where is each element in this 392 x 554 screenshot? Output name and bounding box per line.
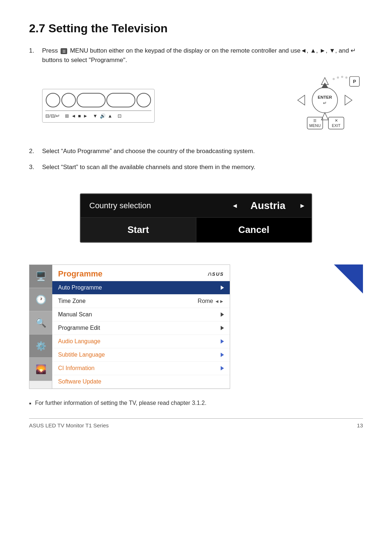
step-text-3: Select “Start” to scan all the available… bbox=[42, 163, 363, 172]
footnote: ▪ For further information of setting the… bbox=[29, 400, 363, 407]
country-arrow-left[interactable]: ◄ bbox=[227, 202, 242, 210]
blue-triangle-decoration bbox=[334, 264, 363, 294]
menu-item-audio-language[interactable]: Audio Language bbox=[52, 335, 230, 348]
icon-settings: ⚙️ bbox=[29, 335, 53, 358]
programme-edit-label: Programme Edit bbox=[58, 325, 100, 331]
start-button[interactable]: Start bbox=[81, 218, 196, 242]
auto-programme-label: Auto Programme bbox=[58, 284, 102, 291]
svg-point-0 bbox=[332, 78, 335, 80]
svg-marker-7 bbox=[298, 95, 305, 105]
tv-keypad: ⊟/⊟/↵ ⊞ ◄ ■ ► ▼ 🔊 ▲ ⊡ bbox=[42, 89, 155, 123]
footer-left: ASUS LED TV Monitor T1 Series bbox=[29, 422, 109, 428]
svg-marker-9 bbox=[321, 113, 328, 120]
time-zone-value: Rome bbox=[198, 298, 213, 304]
menu-item-subtitle-language[interactable]: Subtitle Language bbox=[52, 348, 230, 362]
svg-text:MENU: MENU bbox=[309, 123, 320, 128]
step-2: 2. Select “Auto Programme” and choose th… bbox=[29, 147, 363, 156]
programme-area: 🖥️ 🕐 🔍 ⚙️ 🌄 Programme /\SUS Auto Program… bbox=[29, 264, 363, 389]
footer-page: 13 bbox=[357, 422, 363, 428]
programme-title: Programme bbox=[58, 269, 102, 279]
country-value: Austria bbox=[242, 194, 293, 217]
icon-search: 🔍 bbox=[29, 311, 53, 335]
auto-programme-arrow bbox=[221, 286, 224, 290]
svg-text:P: P bbox=[353, 79, 356, 84]
svg-text:☰: ☰ bbox=[313, 119, 317, 123]
step-num-1: 1. bbox=[29, 46, 42, 56]
svg-text:ENTER: ENTER bbox=[318, 95, 332, 99]
footer: ASUS LED TV Monitor T1 Series 13 bbox=[29, 418, 363, 428]
programme-menu: Programme /\SUS Auto Programme Time Zone… bbox=[52, 264, 230, 389]
icon-landscape: 🌄 bbox=[29, 358, 53, 381]
illustration-area: ⊟/⊟/↵ ⊞ ◄ ■ ► ▼ 🔊 ▲ ⊡ bbox=[42, 75, 363, 136]
menu-item-auto-programme[interactable]: Auto Programme bbox=[52, 281, 230, 295]
step-text-2: Select “Auto Programme” and choose the c… bbox=[42, 147, 363, 156]
icon-programme: 🖥️ bbox=[29, 265, 53, 288]
audio-language-label: Audio Language bbox=[58, 338, 101, 345]
country-dialog: Country selection ◄ Austria ► Start Canc… bbox=[80, 193, 312, 243]
footnote-text: For further information of setting the T… bbox=[35, 400, 206, 406]
section-title: 2.7 Setting the Television bbox=[29, 22, 363, 35]
step-3: 3. Select “Start” to scan all the availa… bbox=[29, 163, 363, 172]
step-1: 1. Press ☰ MENU button either on the key… bbox=[29, 46, 363, 65]
manual-scan-arrow bbox=[221, 312, 224, 317]
ci-information-label: CI Information bbox=[58, 365, 94, 372]
menu-item-programme-edit[interactable]: Programme Edit bbox=[52, 321, 230, 335]
icon-clock: 🕐 bbox=[29, 288, 53, 311]
step-text-1: Press ☰ MENU button either on the keypad… bbox=[42, 46, 363, 65]
ci-information-arrow bbox=[221, 366, 224, 370]
svg-point-2 bbox=[341, 76, 343, 78]
programme-edit-arrow bbox=[221, 326, 224, 330]
footnote-bullet: ▪ bbox=[29, 400, 31, 407]
time-zone-label: Time Zone bbox=[58, 298, 86, 304]
menu-item-manual-scan[interactable]: Manual Scan bbox=[52, 308, 230, 321]
programme-icons: 🖥️ 🕐 🔍 ⚙️ 🌄 bbox=[29, 264, 52, 389]
subtitle-language-label: Subtitle Language bbox=[58, 352, 105, 358]
step-num-3: 3. bbox=[29, 163, 42, 172]
audio-language-arrow bbox=[221, 339, 224, 344]
cancel-button[interactable]: Cancel bbox=[196, 218, 312, 242]
subtitle-language-arrow bbox=[221, 353, 224, 357]
software-update-arrow bbox=[221, 379, 224, 384]
asus-logo: /\SUS bbox=[208, 271, 224, 277]
software-update-label: Software Update bbox=[58, 378, 101, 385]
programme-header: Programme /\SUS bbox=[52, 265, 230, 281]
manual-scan-label: Manual Scan bbox=[58, 311, 92, 318]
country-selection-label: Country selection bbox=[81, 195, 227, 216]
svg-text:✕: ✕ bbox=[335, 118, 338, 123]
svg-text:↵: ↵ bbox=[323, 100, 327, 105]
country-arrow-right[interactable]: ► bbox=[293, 202, 311, 210]
step-num-2: 2. bbox=[29, 147, 42, 156]
svg-marker-8 bbox=[345, 95, 352, 105]
menu-item-ci-information[interactable]: CI Information bbox=[52, 362, 230, 375]
menu-item-time-zone[interactable]: Time Zone Rome ◄► bbox=[52, 295, 230, 308]
svg-text:EXIT: EXIT bbox=[332, 123, 340, 128]
svg-marker-19 bbox=[321, 82, 328, 88]
remote-diagram: P ENTER ↵ ☰ MENU ✕ bbox=[287, 75, 363, 136]
svg-point-3 bbox=[345, 77, 347, 79]
menu-item-software-update[interactable]: Software Update bbox=[52, 375, 230, 389]
svg-point-1 bbox=[337, 77, 339, 79]
